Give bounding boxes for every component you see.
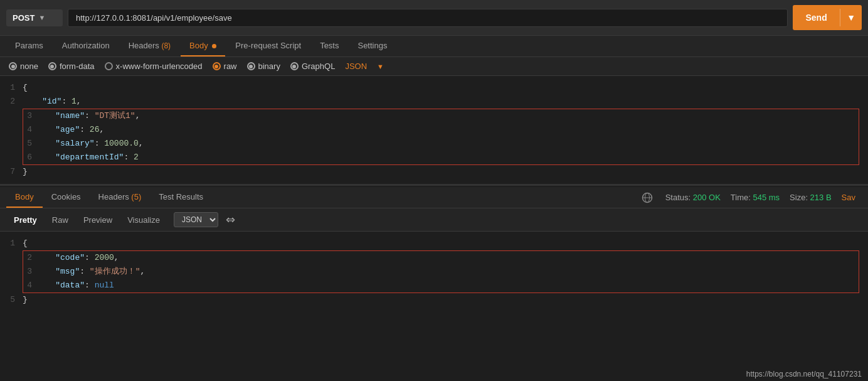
- resp-line-2: 2 "code": 2000,: [23, 251, 859, 265]
- req-content-2: "id": 1,: [23, 95, 868, 109]
- body-active-dot: [212, 44, 216, 48]
- radio-none[interactable]: none: [9, 62, 38, 71]
- resp-format-select[interactable]: JSON XML HTML Text: [174, 212, 218, 227]
- tab-tests-label: Tests: [320, 41, 339, 50]
- radio-binary-label: binary: [258, 62, 280, 71]
- resp-line-5: 5 }: [0, 293, 868, 307]
- req-content-1: {: [23, 81, 868, 95]
- status-value: 200 OK: [693, 193, 721, 202]
- req-line-1: 1 {: [0, 81, 868, 95]
- url-bar: POST ▼ Send ▼: [0, 0, 868, 36]
- tab-settings-label: Settings: [357, 41, 387, 50]
- fmt-tab-raw[interactable]: Raw: [46, 213, 75, 227]
- fmt-raw-label: Raw: [52, 215, 68, 225]
- radio-xwww[interactable]: x-www-form-urlencoded: [105, 62, 203, 71]
- headers-badge: (8): [161, 41, 171, 50]
- footer-url: https://blog.csdn.net/qq_41107231: [746, 370, 862, 378]
- req-line-6: 6 "departmentId": 2: [23, 151, 859, 164]
- resp-linenum-3: 3: [23, 265, 36, 279]
- request-body-editor[interactable]: 1 { 2 "id": 1, 3 "name": "DT测试1", 4 "age…: [0, 76, 868, 186]
- method-label: POST: [13, 13, 34, 23]
- resp-highlighted-block: 2 "code": 2000, 3 "msg": "操作成功！", 4 "dat…: [23, 250, 859, 293]
- radio-formdata-label: form-data: [60, 62, 95, 71]
- json-format-label: JSON: [345, 62, 367, 71]
- tab-prerequest-label: Pre-request Script: [235, 41, 301, 50]
- radio-binary[interactable]: binary: [247, 62, 280, 71]
- resp-tab-headers[interactable]: Headers (5): [90, 187, 151, 208]
- resp-tab-body[interactable]: Body: [6, 187, 43, 208]
- tab-params[interactable]: Params: [6, 36, 52, 56]
- req-line-7: 7 }: [0, 165, 868, 179]
- body-type-row: none form-data x-www-form-urlencoded raw…: [0, 57, 868, 76]
- resp-null-value: null: [95, 281, 114, 290]
- status-label: Status: 200 OK: [665, 193, 721, 202]
- radio-binary-circle: [247, 62, 255, 70]
- tab-headers[interactable]: Headers (8): [120, 36, 179, 56]
- radio-none-circle: [9, 62, 17, 70]
- tab-body-label: Body: [189, 41, 216, 50]
- radio-formdata[interactable]: form-data: [48, 62, 95, 71]
- resp-tab-cookies-label: Cookies: [51, 192, 81, 201]
- resp-line-3: 3 "msg": "操作成功！",: [23, 265, 859, 279]
- radio-xwww-circle: [105, 62, 113, 70]
- req-linenum-4: 4: [23, 123, 36, 137]
- tab-headers-label: Headers (8): [129, 41, 171, 50]
- req-line-2: 2 "id": 1,: [0, 95, 868, 109]
- resp-content-4: "data": null: [36, 279, 859, 292]
- resp-content-2: "code": 2000,: [36, 251, 859, 265]
- req-line-4: 4 "age": 26,: [23, 123, 859, 137]
- fmt-preview-label: Preview: [83, 215, 112, 225]
- response-body-viewer: 1 { 2 "code": 2000, 3 "msg": "操作成功！", 4 …: [0, 232, 868, 312]
- send-main-button[interactable]: Send: [793, 9, 840, 26]
- resp-tab-testresults[interactable]: Test Results: [150, 187, 212, 208]
- fmt-tab-pretty[interactable]: Pretty: [8, 213, 43, 227]
- req-linenum-1: 1: [0, 81, 23, 95]
- tab-authorization-label: Authorization: [62, 41, 110, 50]
- wrap-icon[interactable]: ⇔: [226, 213, 235, 227]
- radio-raw-circle: [213, 62, 221, 70]
- save-response-button[interactable]: Sav: [842, 193, 855, 202]
- fmt-pretty-label: Pretty: [14, 215, 37, 225]
- resp-line-1: 1 {: [0, 237, 868, 250]
- req-linenum-6: 6: [23, 151, 36, 164]
- send-dropdown-icon[interactable]: ▼: [840, 9, 862, 26]
- radio-graphql[interactable]: GraphQL: [290, 62, 335, 71]
- fmt-tab-visualize[interactable]: Visualize: [121, 213, 166, 227]
- radio-formdata-circle: [48, 62, 56, 70]
- tab-settings[interactable]: Settings: [349, 36, 396, 56]
- resp-headers-badge: (5): [131, 192, 141, 201]
- req-content-5: "salary": 10000.0,: [36, 137, 859, 151]
- resp-tab-headers-label: Headers (5): [98, 192, 142, 201]
- response-status-bar: Status: 200 OK Time: 545 ms Size: 213 B …: [642, 192, 862, 203]
- size-label: Size: 213 B: [790, 193, 832, 202]
- resp-linenum-2: 2: [23, 251, 36, 265]
- resp-content-1: {: [23, 237, 868, 250]
- resp-tab-body-label: Body: [15, 192, 34, 201]
- method-chevron-icon: ▼: [38, 14, 45, 21]
- send-button-group[interactable]: Send ▼: [793, 5, 862, 30]
- req-linenum-7: 7: [0, 165, 23, 179]
- radio-raw-label: raw: [224, 62, 237, 71]
- tab-body[interactable]: Body: [181, 36, 225, 56]
- req-line-5: 5 "salary": 10000.0,: [23, 137, 859, 151]
- req-linenum-5: 5: [23, 137, 36, 151]
- time-label: Time: 545 ms: [731, 193, 780, 202]
- resp-linenum-5: 5: [0, 293, 23, 307]
- resp-line-4: 4 "data": null: [23, 279, 859, 292]
- radio-none-label: none: [20, 62, 38, 71]
- url-input[interactable]: [68, 9, 788, 27]
- fmt-tab-preview[interactable]: Preview: [77, 213, 119, 227]
- method-dropdown[interactable]: POST ▼: [6, 9, 63, 26]
- req-content-6: "departmentId": 2: [36, 151, 859, 164]
- radio-raw[interactable]: raw: [213, 62, 237, 71]
- resp-linenum-1: 1: [0, 237, 23, 250]
- response-format-bar: Pretty Raw Preview Visualize JSON XML HT…: [0, 208, 868, 232]
- footer: https://blog.csdn.net/qq_41107231: [740, 367, 868, 381]
- tab-tests[interactable]: Tests: [311, 36, 347, 56]
- tab-prerequest[interactable]: Pre-request Script: [226, 36, 310, 56]
- req-linenum-3: 3: [23, 109, 36, 123]
- resp-tab-cookies[interactable]: Cookies: [43, 187, 90, 208]
- radio-graphql-circle: [290, 62, 299, 70]
- json-format-chevron-icon[interactable]: ▼: [377, 63, 384, 70]
- tab-authorization[interactable]: Authorization: [53, 36, 119, 56]
